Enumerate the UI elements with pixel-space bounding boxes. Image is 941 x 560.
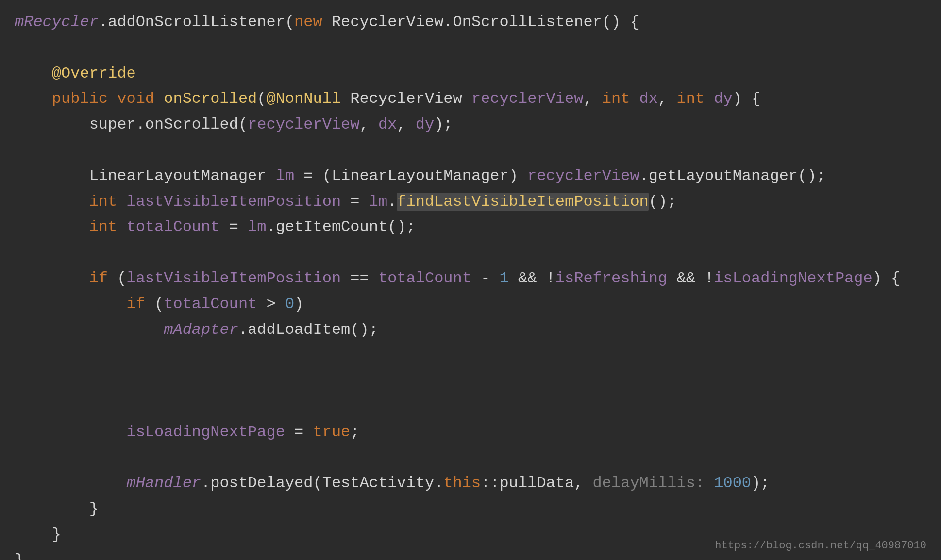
code-line-12: isLoadingNextPage = true;: [15, 420, 926, 445]
code-line-3: @Override: [15, 61, 926, 87]
code-line-10: if (totalCount > 0): [15, 292, 926, 317]
code-line-blank1: [15, 138, 926, 164]
code-line-6: LinearLayoutManager lm = (LinearLayoutMa…: [15, 164, 926, 189]
code-line-blank4: [15, 368, 926, 394]
code-line-7: int lastVisibleItemPosition = lm.findLas…: [15, 189, 926, 215]
code-line-9: if (lastVisibleItemPosition == totalCoun…: [15, 266, 926, 292]
code-line-11: mAdapter.addLoadItem();: [15, 317, 926, 343]
code-line-blank2: [15, 240, 926, 266]
code-line-1: mRecycler.addOnScrollListener(new Recycl…: [15, 10, 926, 35]
url-bar: https://blog.csdn.net/qq_40987010: [715, 537, 926, 554]
code-line-blank5: [15, 394, 926, 420]
code-line-13: mHandler.postDelayed(TestActivity.this::…: [15, 471, 926, 496]
code-editor: mRecycler.addOnScrollListener(new Recycl…: [0, 0, 941, 560]
code-line-blank6: [15, 445, 926, 471]
code-line-14: }: [15, 496, 926, 522]
code-line-2: [15, 35, 926, 61]
code-line-8: int totalCount = lm.getItemCount();: [15, 214, 926, 240]
code-line-5: super.onScrolled(recyclerView, dx, dy);: [15, 112, 926, 138]
code-line-blank3: [15, 343, 926, 368]
code-line-4: public void onScrolled(@NonNull Recycler…: [15, 86, 926, 112]
